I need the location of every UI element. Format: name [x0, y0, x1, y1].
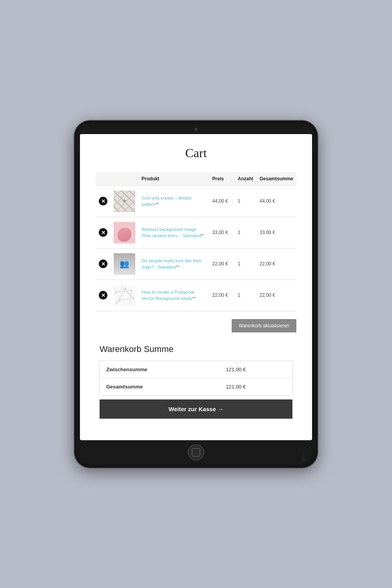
remove-cell-1: ✕ [96, 185, 111, 217]
total-cell-2: 33,00 € [256, 217, 296, 248]
col-header-img [111, 172, 138, 186]
svg-point-10 [132, 298, 134, 299]
tablet-camera [194, 128, 198, 131]
remove-cell-4: ✕ [96, 279, 111, 311]
table-row: ✕ [96, 279, 296, 311]
product-link-2[interactable]: Abstract background image. Pink random l… [142, 227, 204, 238]
qty-cell-1: 1 [235, 185, 256, 217]
screen-content: Cart Produkt Preis Anzahl Gesamtsumme [80, 134, 312, 440]
product-thumbnail-1 [114, 191, 135, 212]
total-cell-1: 44,00 € [256, 185, 296, 217]
product-thumbnail-2 [114, 222, 135, 243]
thumb-cell-4 [111, 279, 138, 311]
product-link-3[interactable]: Do people really look like their dogs? -… [142, 258, 201, 269]
price-cell-3: 22,00 € [209, 248, 235, 279]
col-header-product: Produkt [138, 172, 209, 186]
price-cell-4: 22,00 € [209, 279, 235, 311]
col-header-remove [96, 172, 111, 186]
update-btn-row: Warenkorb aktualisieren [96, 319, 296, 332]
checkout-button[interactable]: Weiter zur Kasse → [100, 399, 292, 419]
page-title: Cart [96, 146, 296, 160]
table-row: ✕ Abstract background image. Pink random… [96, 217, 296, 248]
product-cell-4: How to create a Polygonal Vector Backgro… [138, 279, 209, 311]
total-label: Gesamtsumme [100, 378, 220, 395]
product-cell-2: Abstract background image. Pink random l… [138, 217, 209, 248]
tablet-screen: Cart Produkt Preis Anzahl Gesamtsumme [80, 134, 312, 440]
qty-cell-2: 1 [235, 217, 256, 248]
home-button[interactable] [188, 444, 204, 461]
total-value: 121,00 € [220, 378, 292, 395]
remove-icon-4: ✕ [99, 291, 107, 299]
table-row: ✕ Do people really look like their dogs?… [96, 248, 296, 279]
svg-point-11 [115, 292, 116, 293]
total-cell-4: 22,00 € [256, 279, 296, 311]
remove-icon-3: ✕ [99, 260, 107, 268]
update-cart-button[interactable]: Warenkorb aktualisieren [232, 319, 296, 332]
remove-cell-2: ✕ [96, 217, 111, 248]
svg-point-9 [125, 288, 126, 289]
price-cell-2: 33,00 € [209, 217, 235, 248]
svg-point-13 [119, 299, 120, 301]
subtotal-value: 121,00 € [220, 361, 292, 378]
thumb-cell-2 [111, 217, 138, 248]
table-row: ✕ God only knows – Artistic pattern** 44… [96, 185, 296, 217]
total-row: Gesamtsumme 121,00 € [100, 378, 292, 395]
qty-cell-3: 1 [235, 248, 256, 279]
subtotal-row: Zwischensumme 121,00 € [100, 361, 292, 378]
summary-table: Zwischensumme 121,00 € Gesamtsumme 121,0… [100, 361, 292, 396]
summary-title: Warenkorb Summe [100, 344, 292, 354]
tablet-frame: Cart Produkt Preis Anzahl Gesamtsumme [74, 121, 318, 468]
thumb-cell-1 [111, 185, 138, 217]
col-header-qty: Anzahl [235, 172, 256, 186]
remove-cell-3: ✕ [96, 248, 111, 279]
thumb-cell-3 [111, 248, 138, 279]
product-thumbnail-3 [114, 253, 135, 275]
subtotal-label: Zwischensumme [100, 361, 220, 378]
remove-button-4[interactable]: ✕ [99, 291, 107, 299]
product-thumbnail-4 [114, 285, 135, 306]
qty-cell-4: 1 [235, 279, 256, 311]
col-header-total: Gesamtsumme [256, 172, 296, 186]
product-link-1[interactable]: God only knows – Artistic pattern** [142, 196, 192, 207]
product-cell-1: God only knows – Artistic pattern** [138, 185, 209, 217]
summary-section: Warenkorb Summe Zwischensumme 121,00 € G… [96, 344, 296, 419]
price-cell-1: 44,00 € [209, 185, 235, 217]
remove-icon-1: ✕ [99, 197, 107, 205]
remove-button-3[interactable]: ✕ [99, 260, 107, 268]
svg-point-12 [131, 290, 132, 291]
product-link-4[interactable]: How to create a Polygonal Vector Backgro… [142, 290, 196, 301]
remove-button-1[interactable]: ✕ [99, 197, 107, 205]
product-cell-3: Do people really look like their dogs? -… [138, 248, 209, 279]
total-cell-3: 22,00 € [256, 248, 296, 279]
remove-button-2[interactable]: ✕ [99, 228, 107, 237]
cart-table: Produkt Preis Anzahl Gesamtsumme ✕ [96, 172, 296, 311]
col-header-price: Preis [209, 172, 235, 186]
remove-icon-2: ✕ [99, 228, 107, 237]
home-button-inner [192, 448, 200, 457]
